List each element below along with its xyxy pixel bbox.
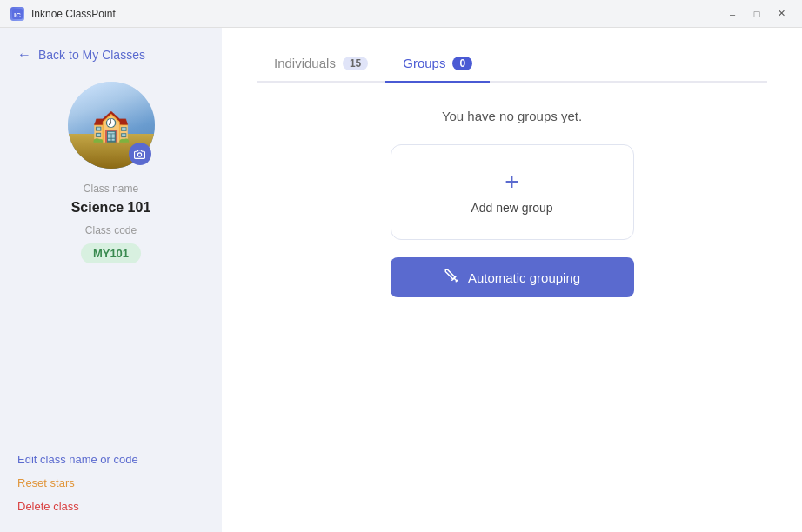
magic-wand-icon: [444, 268, 459, 287]
add-group-label: Add new group: [471, 201, 552, 215]
tab-groups-count: 0: [452, 57, 472, 70]
class-code-label: Class code: [85, 224, 137, 236]
class-name-value: Science 101: [71, 200, 151, 216]
app-title: Inknoe ClassPoint: [31, 8, 116, 20]
edit-class-link[interactable]: Edit class name or code: [17, 451, 204, 468]
window-controls: – □ ✕: [722, 5, 792, 23]
delete-class-link[interactable]: Delete class: [17, 498, 204, 515]
titlebar: IC Inknoe ClassPoint – □ ✕: [0, 0, 802, 28]
svg-point-2: [137, 152, 141, 156]
back-arrow-icon: ←: [17, 47, 31, 63]
class-code-badge: MY101: [81, 243, 141, 263]
add-new-group-card[interactable]: + Add new group: [391, 144, 634, 240]
close-button[interactable]: ✕: [771, 5, 792, 23]
avatar-wrapper: [68, 82, 155, 169]
groups-content: You have no groups yet. + Add new group …: [257, 109, 767, 515]
back-button-label: Back to My Classes: [38, 48, 145, 62]
app-body: ← Back to My Classes Class name Science …: [0, 28, 802, 532]
minimize-button[interactable]: –: [722, 5, 743, 23]
class-name-label: Class name: [84, 183, 138, 195]
tab-individuals[interactable]: Individuals 15: [257, 45, 385, 83]
sidebar-footer: Edit class name or code Reset stars Dele…: [0, 434, 222, 532]
empty-state-text: You have no groups yet.: [442, 109, 582, 123]
reset-stars-link[interactable]: Reset stars: [17, 475, 204, 491]
tab-groups[interactable]: Groups 0: [385, 45, 490, 83]
maximize-button[interactable]: □: [746, 5, 767, 23]
automatic-grouping-label: Automatic grouping: [468, 270, 580, 285]
automatic-grouping-button[interactable]: Automatic grouping: [391, 257, 634, 297]
svg-line-5: [456, 280, 458, 282]
class-info: Class name Science 101 Class code MY101: [0, 82, 222, 281]
app-logo-icon: IC: [10, 7, 24, 21]
tabs: Individuals 15 Groups 0: [257, 45, 767, 83]
back-to-classes-button[interactable]: ← Back to My Classes: [0, 28, 222, 82]
sidebar: ← Back to My Classes Class name Science …: [0, 28, 222, 532]
titlebar-left: IC Inknoe ClassPoint: [10, 7, 116, 21]
tab-individuals-label: Individuals: [274, 56, 336, 70]
camera-icon[interactable]: [129, 143, 151, 165]
tab-individuals-count: 15: [343, 57, 368, 70]
add-group-plus-icon: +: [505, 170, 518, 194]
svg-text:IC: IC: [14, 11, 21, 19]
tab-groups-label: Groups: [403, 56, 445, 70]
main-content: Individuals 15 Groups 0 You have no grou…: [222, 28, 802, 532]
